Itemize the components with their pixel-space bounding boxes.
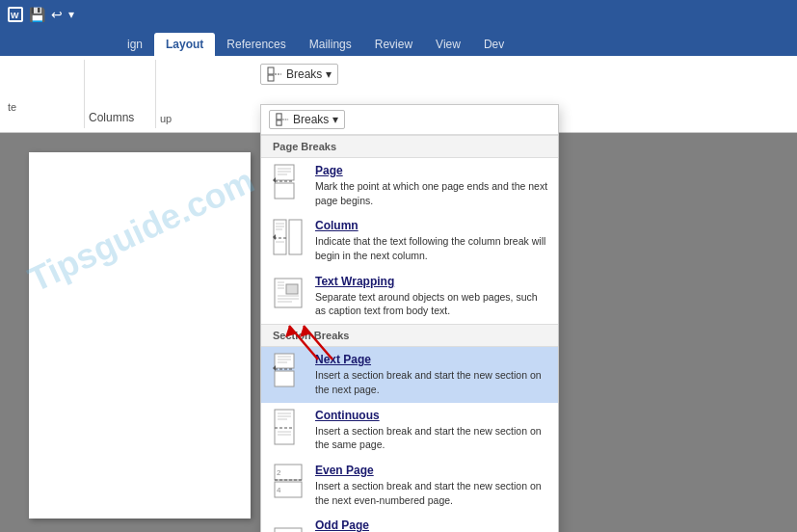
breaks-icon — [267, 66, 282, 82]
break-item-even-page[interactable]: 2 4 Even Page Insert a section break and… — [261, 458, 558, 513]
page-left: Tipsguide.com — [29, 152, 251, 519]
svg-rect-16 — [289, 220, 302, 254]
main-wrapper: W 💾 ↩ ▾ ign Layout References Mailings R… — [0, 0, 797, 532]
dropdown-menu: Breaks ▾ Page Breaks Page Mark the — [260, 104, 559, 532]
svg-rect-31 — [275, 354, 294, 368]
continuous-text: Continuous Insert a section break and st… — [315, 409, 548, 452]
tab-references[interactable]: References — [215, 33, 297, 56]
svg-rect-24 — [286, 284, 298, 294]
break-item-column[interactable]: Column Indicate that the text following … — [261, 213, 558, 268]
tab-mailings[interactable]: Mailings — [298, 33, 363, 56]
svg-rect-8 — [275, 165, 294, 180]
section-breaks-header: Section Breaks — [261, 324, 558, 347]
svg-text:W: W — [11, 11, 19, 20]
text-wrapping-icon — [271, 275, 306, 311]
columns-label: Columns — [89, 111, 144, 124]
ribbon-tabs: ign Layout References Mailings Review Vi… — [0, 29, 797, 56]
tab-view[interactable]: View — [424, 33, 472, 56]
page-break-text: Page Mark the point at which one page en… — [315, 164, 548, 207]
break-item-continuous[interactable]: Continuous Insert a section break and st… — [261, 403, 558, 458]
tab-layout[interactable]: Layout — [154, 33, 215, 56]
dropdown-breaks-header: Breaks ▾ — [261, 105, 558, 135]
break-item-text-wrapping[interactable]: Text Wrapping Separate text around objec… — [261, 269, 558, 324]
tab-design[interactable]: ign — [116, 33, 154, 56]
svg-rect-5 — [277, 114, 281, 120]
tab-dev[interactable]: Dev — [472, 33, 516, 56]
break-item-page[interactable]: Page Mark the point at which one page en… — [261, 158, 558, 213]
break-item-next-page[interactable]: Next Page Insert a section break and sta… — [261, 347, 558, 402]
svg-rect-38 — [275, 410, 294, 444]
continuous-break-icon — [271, 409, 306, 445]
svg-rect-2 — [268, 67, 274, 74]
watermark-text: Tipsguide.com — [22, 160, 260, 300]
title-bar: W 💾 ↩ ▾ — [0, 0, 797, 29]
svg-rect-10 — [275, 183, 294, 199]
partial-text-label: te — [8, 101, 74, 113]
word-icon: W — [8, 7, 23, 22]
text-wrapping-text: Text Wrapping Separate text around objec… — [315, 275, 548, 318]
svg-rect-33 — [275, 371, 294, 386]
quick-access-save[interactable]: 💾 — [29, 7, 45, 22]
column-break-icon — [271, 219, 306, 255]
page-break-icon — [271, 164, 306, 200]
page-breaks-header: Page Breaks — [261, 135, 558, 158]
next-page-text: Next Page Insert a section break and sta… — [315, 353, 548, 396]
odd-page-text: Odd Page — [315, 519, 548, 532]
even-page-text: Even Page Insert a section break and sta… — [315, 464, 548, 507]
break-item-odd-page[interactable]: 1 Odd Page — [261, 513, 558, 532]
svg-rect-6 — [277, 120, 281, 125]
even-page-break-icon: 2 4 — [271, 464, 306, 500]
column-break-text: Column Indicate that the text following … — [315, 219, 548, 262]
breaks-button[interactable]: Breaks ▾ — [260, 64, 338, 85]
odd-page-break-icon: 1 — [271, 519, 306, 532]
tab-review[interactable]: Review — [363, 33, 424, 56]
quick-access-undo[interactable]: ↩ — [51, 7, 63, 22]
svg-rect-3 — [268, 75, 274, 81]
quick-access-customize[interactable]: ▾ — [68, 8, 74, 21]
next-page-break-icon — [271, 353, 306, 389]
dropdown-breaks-icon — [276, 113, 289, 126]
svg-text:4: 4 — [277, 486, 281, 494]
svg-text:2: 2 — [277, 468, 281, 477]
dropdown-breaks-button[interactable]: Breaks ▾ — [269, 110, 345, 129]
partial-up-label: up — [160, 113, 197, 124]
